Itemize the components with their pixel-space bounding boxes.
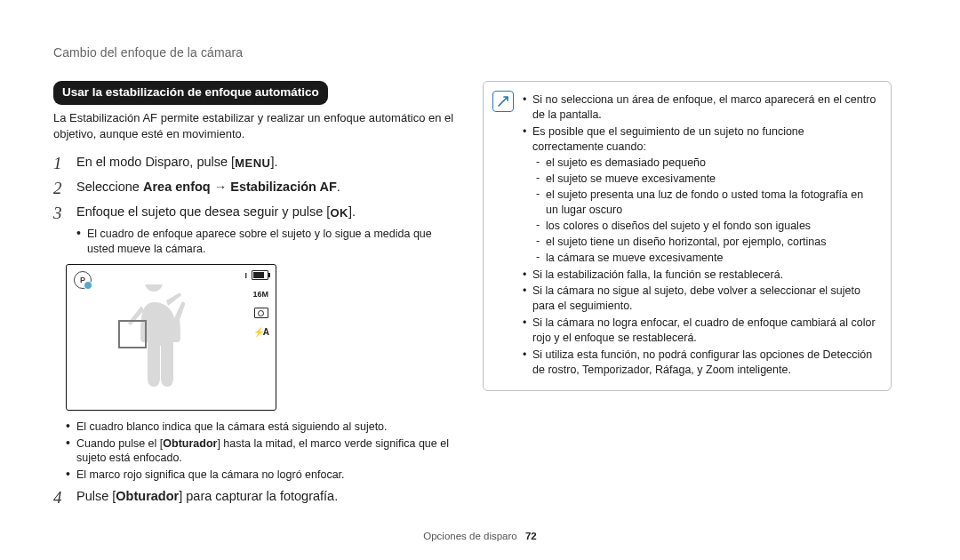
text: Es posible que el seguimiento de un suje… bbox=[532, 125, 804, 153]
text: ]. bbox=[348, 204, 356, 219]
photo-type-icon bbox=[254, 308, 268, 318]
ok-key-icon: OK bbox=[330, 205, 348, 221]
footer-label: Opciones de disparo bbox=[423, 531, 516, 541]
text: Pulse [ bbox=[76, 489, 116, 503]
step-number: 3 bbox=[53, 204, 68, 223]
text: En el modo Disparo, pulse [ bbox=[76, 155, 235, 169]
info-sublist: el sujeto es demasiado pequeño el sujeto… bbox=[532, 156, 878, 265]
step-1: 1 En el modo Disparo, pulse [MENU]. bbox=[53, 154, 458, 173]
step-text: Enfoque el sujeto que desea seguir y pul… bbox=[76, 204, 458, 223]
subsection-tag: Usar la estabilización de enfoque automá… bbox=[53, 81, 328, 105]
page-number: 72 bbox=[525, 531, 537, 541]
shutter-key-label: Obturador bbox=[163, 437, 217, 450]
camera-lcd-illustration: P I 16M ⚡A bbox=[66, 264, 276, 411]
list-item: los colores o diseños del sujeto y el fo… bbox=[536, 219, 878, 234]
step-4: 4 Pulse [Obturador] para capturar la fot… bbox=[53, 488, 458, 508]
lcd-status-icons: I 16M ⚡A bbox=[244, 270, 268, 339]
text: Cuando pulse el [ bbox=[76, 437, 163, 450]
step-text: Pulse [Obturador] para capturar la fotog… bbox=[76, 488, 458, 508]
focus-frame-icon bbox=[118, 320, 147, 348]
text: Enfoque el sujeto que desea seguir y pul… bbox=[76, 204, 330, 219]
note-icon bbox=[492, 91, 514, 112]
step-text: Seleccione Area enfoq → Estabilización A… bbox=[76, 179, 458, 198]
list-item: el sujeto presenta una luz de fondo o us… bbox=[536, 188, 878, 218]
list-item: El cuadro de enfoque aparece sobre el su… bbox=[76, 227, 458, 257]
text: ]. bbox=[270, 155, 277, 169]
menu-path-part: Estabilización AF bbox=[230, 180, 337, 194]
list-item: la cámara se mueve excesivamente bbox=[536, 251, 878, 266]
battery-icon bbox=[252, 270, 268, 280]
step-text: En el modo Disparo, pulse [MENU]. bbox=[76, 154, 458, 173]
info-list: Si no selecciona un área de enfoque, el … bbox=[523, 92, 878, 378]
list-item: el sujeto se mueve excesivamente bbox=[536, 172, 878, 187]
step-number: 4 bbox=[53, 488, 68, 508]
shutter-key-label: Obturador bbox=[116, 489, 179, 503]
step-number: 2 bbox=[53, 179, 68, 198]
list-item: Si la estabilización falla, la función s… bbox=[523, 268, 878, 283]
step-number: 1 bbox=[53, 154, 68, 173]
two-column-layout: Usar la estabilización de enfoque automá… bbox=[53, 81, 907, 511]
intro-text: La Estabilización AF permite estabilizar… bbox=[53, 110, 458, 141]
menu-path-part: Area enfoq bbox=[143, 180, 211, 194]
list-item: Es posible que el seguimiento de un suje… bbox=[523, 124, 878, 266]
page-footer: Opciones de disparo 72 bbox=[0, 530, 960, 544]
info-callout: Si no selecciona un área de enfoque, el … bbox=[483, 81, 892, 391]
flash-auto-icon: ⚡A bbox=[253, 326, 268, 339]
text: . bbox=[337, 180, 340, 194]
list-item: el sujeto es demasiado pequeño bbox=[536, 156, 878, 171]
list-item: Cuando pulse el [Obturador] hasta la mit… bbox=[66, 436, 458, 467]
right-column: Si no selecciona un área de enfoque, el … bbox=[483, 81, 892, 511]
list-item: Si utiliza esta función, no podrá config… bbox=[523, 348, 878, 378]
manual-page: Cambio del enfoque de la cámara Usar la … bbox=[0, 0, 960, 560]
text: ] para capturar la fotografía. bbox=[179, 489, 338, 503]
step-3: 3 Enfoque el sujeto que desea seguir y p… bbox=[53, 204, 458, 223]
section-title: Cambio del enfoque de la cámara bbox=[53, 44, 907, 61]
frame-color-notes: El cuadro blanco indica que la cámara es… bbox=[55, 420, 458, 484]
list-item: Si la cámara no logra enfocar, el cuadro… bbox=[523, 316, 878, 346]
list-item: El cuadro blanco indica que la cámara es… bbox=[66, 420, 458, 435]
text: Seleccione bbox=[76, 180, 143, 194]
list-item: Si la cámara no sigue al sujeto, debe vo… bbox=[523, 284, 878, 314]
arrow-icon: → bbox=[211, 180, 231, 194]
step-3-sub: El cuadro de enfoque aparece sobre el su… bbox=[66, 227, 458, 257]
step-2: 2 Seleccione Area enfoq → Estabilización… bbox=[53, 179, 458, 198]
mode-dial-icon: P bbox=[74, 271, 92, 289]
left-column: Usar la estabilización de enfoque automá… bbox=[53, 81, 458, 511]
list-item: el sujeto tiene un diseño horizontal, po… bbox=[536, 235, 878, 250]
mode-letter: P bbox=[80, 275, 85, 285]
image-size-icon: 16M bbox=[252, 289, 268, 300]
shots-remaining: I bbox=[244, 270, 247, 281]
list-item: Si no selecciona un área de enfoque, el … bbox=[523, 92, 878, 123]
list-item: El marco rojo significa que la cámara no… bbox=[66, 468, 458, 483]
menu-key-icon: MENU bbox=[235, 156, 270, 172]
